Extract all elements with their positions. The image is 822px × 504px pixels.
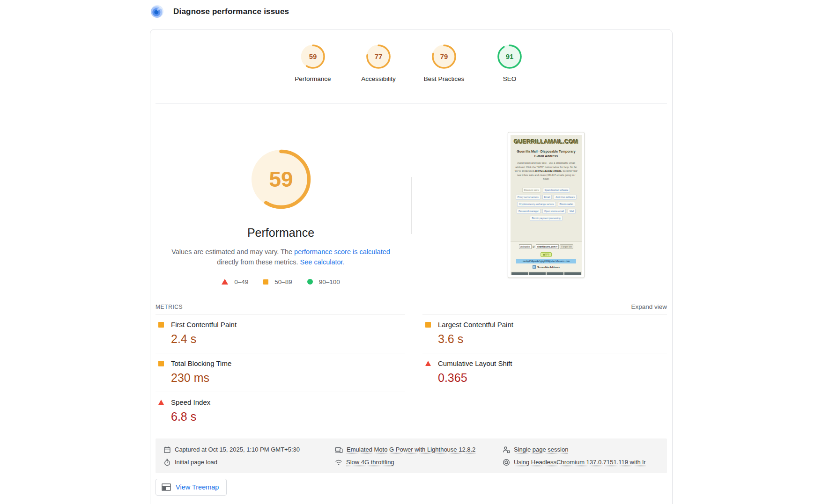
gauge-best-practices[interactable]: 79 Best Practices (411, 44, 477, 82)
stopwatch-icon (163, 459, 171, 466)
seo-score-ring: 91 (496, 44, 523, 70)
meta-browser-version: Using HeadlessChromium 137.0.7151.119 wi… (503, 456, 665, 468)
meta-text: Using HeadlessChromium 137.0.7151.119 wi… (514, 459, 646, 466)
thumb-forget-me-button: Forget Me (560, 244, 573, 249)
thumb-site-logo: GUERRILLAMAIL.COM (511, 139, 582, 145)
meta-throttling: Slow 4G throttling (335, 456, 475, 468)
gauge-label: Best Practices (424, 75, 464, 82)
thumb-tag: Email (542, 195, 552, 200)
treemap-icon (162, 483, 171, 491)
svg-text:77: 77 (375, 53, 383, 60)
pass-circle-icon (307, 279, 313, 285)
thumb-tab (564, 272, 581, 275)
thumb-scramble-row: Scramble Address (512, 265, 580, 269)
final-screenshot-thumbnail[interactable]: GUERRILLAMAIL.COM Guerrilla Mail - Dispo… (508, 132, 585, 278)
thumb-tag: Spam blocker software (543, 188, 570, 193)
meta-text: Captured at Oct 15, 2025, 1:10 PM GMT+5:… (175, 446, 300, 453)
gauge-accessibility[interactable]: 77 Accessibility (346, 44, 411, 82)
legend-pass-range: 90–100 (307, 278, 340, 285)
lighthouse-report-card: 59 Performance 77 Accessibility 79 Best … (150, 29, 673, 504)
checkbox-icon (533, 265, 536, 269)
meta-session-type: Single page session (503, 443, 665, 456)
metric-name: Cumulative Layout Shift (438, 359, 512, 367)
emulated-device-icon (335, 446, 343, 453)
thumb-tab (511, 272, 528, 275)
metric-rating-icon (158, 361, 164, 366)
legend-label: 0–49 (234, 278, 248, 285)
metric-first-contentful-paint: First Contentful Paint 2.4 s (156, 314, 405, 353)
thumb-tag: Discount store (522, 188, 541, 193)
thumb-site-heading: Guerrilla Mail - Disposable Temporary E-… (511, 149, 582, 159)
thumb-email-form: jadoqabo @ sharklasers.com ▾ Forget Me W… (511, 241, 582, 271)
see-calculator-link[interactable]: See calculator. (300, 258, 345, 266)
metric-rating-icon (425, 361, 431, 366)
metric-cumulative-layout-shift: Cumulative Layout Shift 0.365 (422, 353, 667, 392)
metric-name: Total Blocking Time (171, 359, 231, 367)
thumb-tag: Mail (568, 209, 576, 214)
metric-rating-icon (158, 400, 164, 405)
gauge-seo[interactable]: 91 SEO (477, 44, 542, 82)
fail-triangle-icon (222, 279, 228, 285)
gauge-label: Performance (295, 75, 331, 82)
metric-value: 3.6 s (438, 332, 667, 346)
thumb-domain-select: sharklasers.com ▾ (536, 244, 559, 249)
user-session-icon (503, 446, 510, 453)
meta-column-device: Emulated Moto G Power with Lighthouse 12… (335, 443, 475, 468)
chromium-browser-icon (503, 459, 510, 466)
accessibility-score-ring: 77 (365, 44, 392, 70)
meta-emulated-device: Emulated Moto G Power with Lighthouse 12… (335, 443, 475, 456)
thumb-tab (529, 272, 546, 275)
metric-rating-icon (158, 322, 164, 328)
meta-captured-at: Captured at Oct 15, 2025, 1:10 PM GMT+5:… (163, 443, 300, 456)
metrics-column-left: First Contentful Paint 2.4 s Total Block… (156, 314, 405, 431)
performance-score-ring: 59 (300, 44, 326, 70)
metric-total-blocking-time: Total Blocking Time 230 ms (156, 353, 405, 392)
thumb-tag: Bitcoin payment processing (530, 216, 562, 221)
average-square-icon (263, 279, 268, 285)
thumb-inbox-id-input: jadoqabo (519, 244, 532, 249)
section-header: Diagnose performance issues (151, 5, 289, 18)
meta-text: Single page session (514, 446, 568, 453)
expand-view-button[interactable]: Expand view (631, 303, 667, 310)
thumb-email-count: 20,042,133,833 emails, (534, 169, 562, 172)
meta-text: Initial page load (175, 459, 217, 466)
meta-column-session: Single page session Using HeadlessChromi… (503, 443, 665, 468)
thumb-tag: Bitcoin wallet (558, 202, 575, 207)
calendar-icon (163, 446, 171, 453)
section-divider (156, 103, 667, 104)
performance-description: Values are estimated and may vary. The p… (169, 247, 393, 268)
legend-label: 90–100 (319, 278, 340, 285)
view-treemap-button[interactable]: View Treemap (156, 479, 227, 496)
metric-name: Speed Index (171, 398, 210, 406)
thumb-tab (547, 272, 563, 275)
thumb-inbox-tabs (511, 272, 582, 275)
lighthouse-gauge-icon (151, 5, 163, 18)
meta-column-capture: Captured at Oct 15, 2025, 1:10 PM GMT+5:… (163, 443, 300, 468)
score-legend: 0–49 50–89 90–100 (150, 278, 411, 285)
thumb-tags: Discount storeSpam blocker softwareProxy… (511, 188, 582, 221)
gauge-performance[interactable]: 59 Performance (280, 44, 346, 82)
description-text: Values are estimated and may vary. The (171, 248, 294, 256)
metric-name: First Contentful Paint (171, 321, 237, 329)
meta-text: Emulated Moto G Power with Lighthouse 12… (347, 446, 475, 453)
legend-label: 50–89 (274, 278, 292, 285)
svg-text:79: 79 (440, 53, 448, 60)
svg-text:59: 59 (269, 167, 293, 191)
metric-speed-index: Speed Index 6.8 s (156, 392, 405, 431)
thumbnail-page: GUERRILLAMAIL.COM Guerrilla Mail - Dispo… (511, 135, 582, 275)
thumb-at-sign: @ (533, 245, 535, 248)
best-practices-score-ring: 79 (431, 44, 457, 70)
score-calculation-link[interactable]: performance score is calculated (294, 248, 390, 256)
legend-fail-range: 0–49 (222, 278, 248, 285)
view-treemap-label: View Treemap (176, 483, 219, 491)
page-title: Diagnose performance issues (173, 7, 289, 16)
metric-rating-icon (425, 322, 431, 328)
metric-value: 6.8 s (171, 410, 405, 424)
network-throttle-icon (335, 459, 342, 466)
performance-title: Performance (150, 226, 411, 240)
thumb-tag: Password manager (517, 209, 541, 214)
run-environment-bar: Captured at Oct 15, 2025, 1:10 PM GMT+5:… (156, 438, 667, 473)
metrics-header: METRICS Expand view (156, 303, 667, 310)
performance-main-gauge: 59 (248, 146, 314, 212)
vertical-divider (411, 177, 412, 234)
